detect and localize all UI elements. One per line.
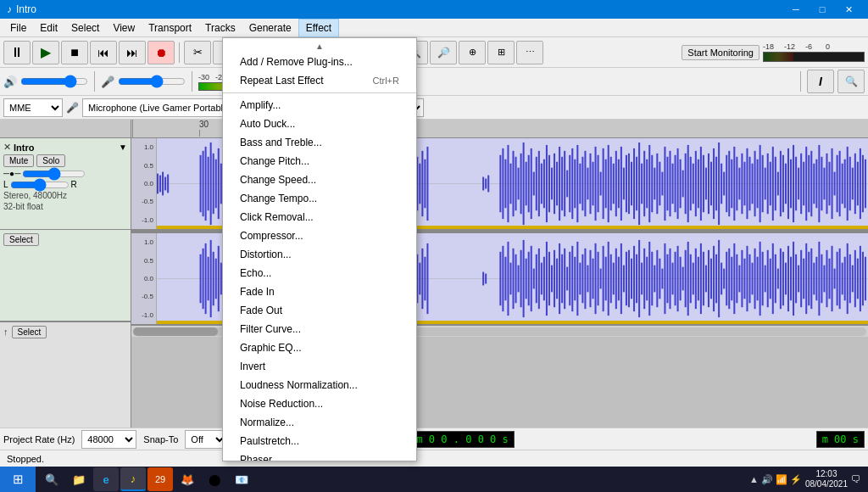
svg-rect-5: [164, 177, 166, 191]
start-monitoring-button[interactable]: Start Monitoring: [682, 45, 760, 60]
svg-rect-166: [675, 155, 676, 212]
svg-rect-132: [587, 168, 588, 200]
effect-distortion[interactable]: Distortion...: [223, 245, 416, 264]
taskbar-chrome[interactable]: ⬤: [202, 467, 227, 491]
svg-rect-169: [682, 171, 684, 198]
svg-rect-209: [785, 164, 787, 204]
effect-graphic-eq[interactable]: Graphic EQ...: [223, 338, 416, 357]
scroll-thumb[interactable]: [133, 327, 218, 336]
menu-select[interactable]: Select: [64, 19, 106, 37]
menu-file[interactable]: File: [3, 19, 33, 37]
taskbar-counter[interactable]: 29: [147, 467, 173, 491]
track-dropdown-1[interactable]: ▼: [119, 143, 127, 152]
audio-host-select[interactable]: MME: [3, 98, 63, 117]
close-button[interactable]: ✕: [836, 0, 861, 19]
effect-fade-out[interactable]: Fade Out: [223, 301, 416, 320]
pause-button[interactable]: ⏸: [3, 41, 31, 64]
svg-rect-409: [695, 249, 697, 309]
svg-rect-176: [700, 147, 702, 221]
effect-amplify[interactable]: Amplify...: [223, 96, 416, 115]
pan-slider-1[interactable]: [10, 181, 70, 189]
zoom-full-button[interactable]: ⋯: [516, 41, 543, 64]
skip-start-button[interactable]: ⏮: [90, 41, 117, 64]
notification-icon[interactable]: 🗨: [851, 473, 861, 485]
svg-rect-175: [698, 159, 699, 208]
effect-fade-in[interactable]: Fade In: [223, 282, 416, 301]
taskbar-app7[interactable]: 📧: [229, 467, 254, 491]
effect-change-speed[interactable]: Change Speed...: [223, 171, 416, 189]
effect-bass-treble[interactable]: Bass and Treble...: [223, 133, 416, 152]
skip-end-button[interactable]: ⏭: [119, 41, 146, 64]
menu-tracks[interactable]: Tracks: [198, 19, 242, 37]
effect-auto-duck[interactable]: Auto Duck...: [223, 115, 416, 133]
effect-click-removal[interactable]: Click Removal...: [223, 208, 416, 226]
svg-rect-439: [772, 243, 774, 314]
maximize-button[interactable]: □: [810, 0, 835, 19]
effect-repeat-last[interactable]: Repeat Last Effect Ctrl+R: [223, 71, 416, 90]
mute-button-1[interactable]: Mute: [3, 154, 34, 167]
svg-rect-368: [589, 250, 591, 307]
taskbar-audacity[interactable]: ♪: [120, 467, 146, 491]
effect-normalize[interactable]: Normalize...: [223, 413, 416, 432]
svg-rect-191: [738, 168, 740, 200]
svg-rect-389: [643, 249, 645, 309]
scroll-up-indicator[interactable]: ▲: [223, 40, 416, 53]
effect-filter-curve[interactable]: Filter Curve...: [223, 320, 416, 338]
effect-add-plugins[interactable]: Add / Remove Plug-ins...: [223, 53, 416, 71]
svg-rect-133: [589, 154, 591, 214]
play-button[interactable]: ▶: [32, 41, 59, 64]
input-volume-slider[interactable]: [118, 75, 186, 87]
effect-compressor[interactable]: Compressor...: [223, 226, 416, 245]
snap-to-select[interactable]: Off: [185, 430, 227, 449]
svg-rect-391: [648, 242, 650, 316]
effect-invert[interactable]: Invert: [223, 357, 416, 376]
svg-rect-206: [777, 172, 779, 196]
taskbar-firefox[interactable]: 🦊: [175, 467, 200, 491]
menu-transport[interactable]: Transport: [142, 19, 198, 37]
project-rate-select[interactable]: 48000: [81, 430, 136, 449]
svg-rect-474: [862, 252, 864, 305]
menu-effect[interactable]: Effect: [298, 19, 339, 37]
menu-view[interactable]: View: [106, 19, 142, 37]
select-all-button[interactable]: Select: [12, 326, 47, 338]
zoom-out-button[interactable]: 🔎: [430, 41, 457, 64]
effect-loudness[interactable]: Loudness Normalization...: [223, 376, 416, 394]
effect-paulstretch[interactable]: Paulstretch...: [223, 432, 416, 450]
start-button[interactable]: ⊞: [0, 467, 36, 492]
svg-rect-349: [541, 263, 542, 295]
playback-volume-slider[interactable]: [20, 75, 88, 87]
playback-volume-icon: 🔊: [3, 75, 17, 88]
svg-rect-469: [849, 254, 851, 303]
menu-edit[interactable]: Edit: [33, 19, 64, 37]
effect-phaser[interactable]: Phaser...: [223, 450, 416, 461]
effect-change-pitch[interactable]: Change Pitch...: [223, 152, 416, 171]
effect-noise-reduction[interactable]: Noise Reduction...: [223, 394, 416, 413]
select-button-1[interactable]: Select: [3, 233, 39, 246]
taskbar-files[interactable]: 📁: [66, 467, 92, 491]
svg-rect-205: [775, 157, 776, 210]
cut-button[interactable]: ✂: [184, 41, 211, 64]
effect-echo[interactable]: Echo...: [223, 264, 416, 282]
record-button[interactable]: ⏺: [147, 41, 175, 64]
solo-button-1[interactable]: Solo: [36, 154, 65, 167]
zoom-fit-button[interactable]: ⊞: [487, 41, 515, 64]
taskbar-edge[interactable]: e: [93, 467, 119, 491]
svg-rect-95: [482, 177, 484, 191]
taskbar-search[interactable]: 🔍: [39, 467, 64, 491]
svg-rect-427: [741, 250, 743, 307]
svg-rect-93: [424, 159, 426, 208]
svg-rect-129: [579, 164, 581, 204]
stop-button[interactable]: ■: [61, 41, 88, 64]
zoom-tool-button[interactable]: 🔍: [837, 70, 865, 93]
zoom-selection-button[interactable]: ⊕: [459, 41, 486, 64]
selection-tool-button[interactable]: I: [807, 70, 834, 93]
svg-rect-6: [167, 175, 169, 193]
svg-rect-361: [571, 246, 573, 311]
menu-generate[interactable]: Generate: [242, 19, 298, 37]
svg-rect-450: [800, 250, 802, 307]
svg-rect-467: [844, 257, 846, 301]
track-close-1[interactable]: ✕: [3, 142, 11, 153]
effect-change-tempo[interactable]: Change Tempo...: [223, 189, 416, 208]
minimize-button[interactable]: ─: [783, 0, 809, 19]
gain-slider-1[interactable]: [22, 170, 86, 178]
